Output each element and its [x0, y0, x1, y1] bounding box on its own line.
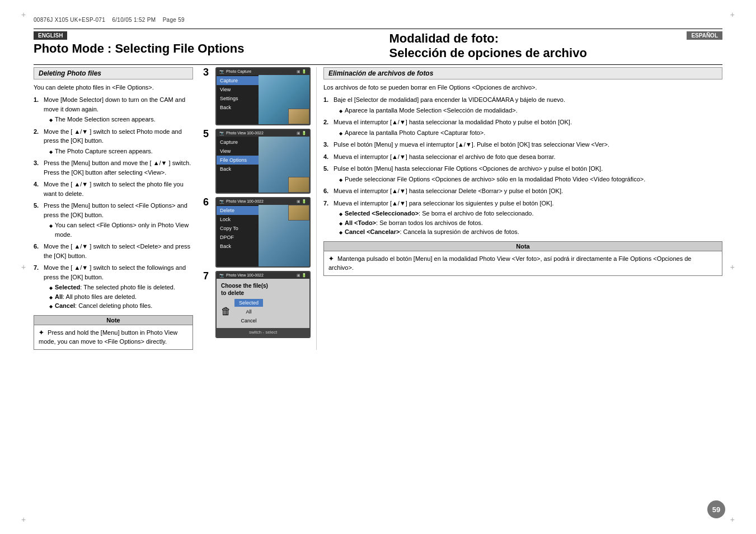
page-number-badge: 59: [707, 500, 725, 518]
title-es-line1: Modalidad de foto:: [389, 31, 587, 46]
spanish-intro: Los archivos de foto se pueden borrar en…: [323, 83, 722, 92]
page-container: 00876J X105 UK+ESP-071 6/10/05 1:52 PM P…: [0, 0, 756, 534]
spanish-note-content: Mantenga pulsado el botón [Menu] en la m…: [328, 255, 691, 271]
english-step-2: 2. Move the [ ▲/▼ ] switch to select Pho…: [34, 127, 193, 156]
spanish-steps-list: 1. Baje el [Selector de modalidad] para …: [323, 95, 722, 237]
spanish-step-1: 1. Baje el [Selector de modalidad] para …: [323, 95, 722, 115]
spanish-step-2: 2. Mueva el interruptor [▲/▼] hasta sele…: [323, 118, 722, 137]
english-column: Deleting Photo files You can delete phot…: [34, 67, 199, 350]
english-step-4: 4. Move the [ ▲/▼ ] switch to select the…: [34, 180, 193, 198]
english-step-7: 7. Move the [ ▲/▼ ] switch to select the…: [34, 263, 193, 311]
meta-line: 00876J X105 UK+ESP-071 6/10/05 1:52 PM P…: [34, 17, 722, 23]
crosshair-ml: +: [21, 263, 26, 271]
crosshair-mr: +: [730, 263, 735, 271]
spanish-note-box: Nota ✦ Mantenga pulsado el botón [Menu] …: [323, 241, 722, 276]
crosshair-tr: +: [730, 10, 735, 19]
crosshair-br: +: [730, 515, 735, 524]
english-step-6: 6. Move the [ ▲/▼ ] switch to select <De…: [34, 242, 193, 260]
english-note-content: Press and hold the [Menu] button in Phot…: [39, 329, 177, 345]
spanish-step-6: 6. Mueva el interruptor [▲/▼] hasta sele…: [323, 186, 722, 196]
title-en: Photo Mode : Selecting File Options: [34, 41, 367, 56]
crosshair-bl: +: [21, 515, 26, 524]
english-step-5: 5. Press the [Menu] button to select <Fi…: [34, 201, 193, 239]
english-step-3: 3. Press the [Menu] button and move the …: [34, 158, 193, 177]
english-note-label: Note: [34, 316, 192, 325]
spanish-step-7: 7. Mueva el interruptor [▲/▼] para selec…: [323, 199, 722, 237]
screenshots-column: 3 📷 Photo Capture ▣🔋 Capture: [199, 67, 316, 350]
spanish-step-5: 5. Pulse el botón [Menu] hasta seleccion…: [323, 164, 722, 184]
title-es-line2: Selección de opciones de archivo: [389, 46, 587, 60]
screenshot-5: 5 📷 Photo View 100-0022 ▣🔋 Capture: [203, 129, 312, 194]
lang-badge-es: ESPAÑOL: [687, 31, 722, 40]
crosshair-tl: +: [21, 10, 26, 19]
english-section-heading: Deleting Photo files: [34, 67, 193, 79]
spanish-note-label: Nota: [324, 242, 722, 251]
english-note-box: Note ✦ Press and hold the [Menu] button …: [34, 315, 193, 350]
spanish-step-3: 3. Pulse el botón [Menu] y mueva el inte…: [323, 140, 722, 149]
english-steps-list: 1. Move [Mode Selector] down to turn on …: [34, 95, 193, 311]
screenshot-6: 6 📷 Photo View 100-0022 ▣🔋 Delete: [203, 197, 312, 268]
lang-badge-en: ENGLISH: [34, 31, 67, 40]
spanish-step-4: 4. Mueva el interruptor [▲/▼] hasta sele…: [323, 152, 722, 162]
english-step-1: 1. Move [Mode Selector] down to turn on …: [34, 95, 193, 124]
screenshot-3: 3 📷 Photo Capture ▣🔋 Capture: [203, 67, 312, 125]
spanish-column: Eliminación de archivos de fotos Los arc…: [316, 67, 722, 350]
screenshot-7: 7 📷 Photo View 100-0022 ▣🔋 Choose the fi…: [203, 271, 312, 338]
spanish-section-heading: Eliminación de archivos de fotos: [323, 67, 722, 79]
english-intro: You can delete photo files in <File Opti…: [34, 83, 193, 92]
switch-select-label: switch - select: [249, 330, 277, 335]
